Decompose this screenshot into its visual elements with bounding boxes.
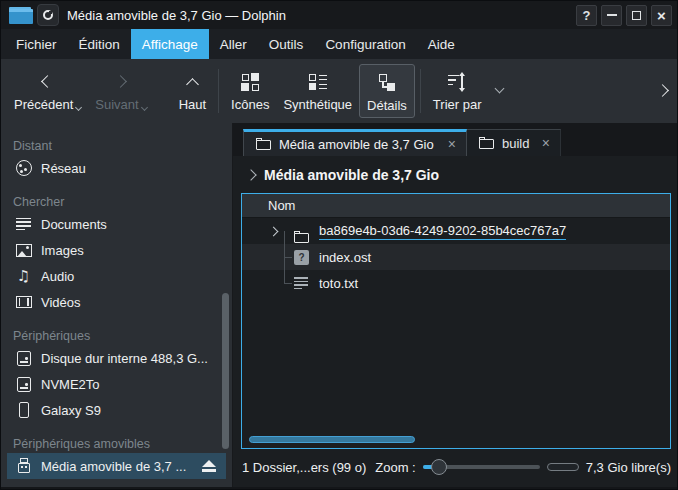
menu-configuration[interactable]: Configuration	[314, 29, 416, 59]
up-button[interactable]: Haut	[172, 64, 213, 118]
file-name[interactable]: index.ost	[319, 250, 371, 265]
section-peripheriques: Périphériques	[1, 327, 232, 345]
file-row-index-ost[interactable]: ? index.ost	[242, 244, 670, 270]
sidebar-item-videos[interactable]: Vidéos	[1, 289, 232, 315]
tab-close-icon[interactable]: ×	[448, 137, 456, 151]
unknown-file-icon: ?	[294, 250, 309, 265]
breadcrumb-location[interactable]: Média amovible de 3,7 Gio	[264, 167, 439, 183]
chevron-right-icon[interactable]	[245, 169, 256, 180]
section-chercher: Chercher	[1, 193, 232, 211]
menu-outils[interactable]: Outils	[258, 29, 315, 59]
toolbar-separator	[420, 69, 421, 113]
main-panel: Média amovible de 3,7 Gio × build × Médi…	[233, 123, 677, 487]
minimize-icon	[607, 14, 617, 16]
forward-label: Suivant	[95, 97, 138, 112]
details-view-button[interactable]: Détails	[359, 64, 415, 118]
close-icon: ×	[657, 8, 666, 23]
sidebar-item-images[interactable]: Images	[1, 237, 232, 263]
breadcrumb: Média amovible de 3,7 Gio	[233, 156, 677, 193]
forward-button[interactable]: Suivant	[88, 64, 153, 118]
chevron-right-icon	[656, 84, 669, 97]
compact-view-button[interactable]: Synthétique	[276, 64, 359, 118]
up-label: Haut	[179, 97, 206, 112]
sidebar-item-media-amovible[interactable]: Média amovible de 3,7 ...	[7, 453, 226, 479]
tree-line	[284, 283, 292, 284]
sidebar-item-audio[interactable]: ♫ Audio	[1, 263, 232, 289]
chevron-left-icon	[41, 75, 54, 88]
zoom-label: Zoom :	[375, 460, 415, 475]
file-row-folder[interactable]: ba869e4b-03d6-4249-9202-85b4cec767a7	[242, 218, 670, 244]
section-distant: Distant	[1, 137, 232, 155]
titlebar: Média amovible de 3,7 Gio — Dolphin ? ×	[1, 1, 677, 29]
sort-by-label: Trier par	[433, 97, 482, 112]
folder-icon	[256, 138, 271, 150]
window-menu-button[interactable]	[37, 4, 59, 26]
statusbar: 1 Dossier,...ers (99 o) Zoom : 7,3 Gio l…	[233, 451, 677, 483]
status-summary: 1 Dossier,...ers (99 o)	[242, 460, 366, 475]
menu-edition[interactable]: Édition	[68, 29, 131, 59]
zoom-slider[interactable]	[423, 459, 540, 475]
window-body: Distant Réseau Chercher Documents Images…	[1, 123, 677, 487]
help-button[interactable]: ?	[576, 5, 597, 26]
back-button[interactable]: Précédent	[7, 64, 88, 118]
toolbar-separator	[218, 69, 219, 113]
horizontal-scrollbar[interactable]	[249, 436, 415, 443]
sidebar-item-galaxy-s9[interactable]: Galaxy S9	[1, 397, 232, 423]
window-controls: ? ×	[576, 5, 672, 26]
slider-handle[interactable]	[431, 459, 447, 475]
tab-media-amovible[interactable]: Média amovible de 3,7 Gio ×	[243, 129, 467, 156]
file-row-toto-txt[interactable]: toto.txt	[242, 270, 670, 296]
compact-view-label: Synthétique	[283, 97, 352, 112]
section-peripheriques-amovibles: Périphériques amovibles	[1, 435, 232, 453]
icons-view-button[interactable]: Icônes	[224, 64, 276, 118]
sidebar-item-reseau[interactable]: Réseau	[1, 155, 232, 181]
tab-bar: Média amovible de 3,7 Gio × build ×	[233, 123, 677, 156]
sidebar-scrollbar[interactable]	[222, 293, 229, 449]
tree-line	[284, 231, 285, 257]
harddisk-icon	[17, 377, 31, 392]
free-space-bar	[547, 463, 579, 471]
column-header-nom[interactable]: Nom	[242, 194, 670, 218]
expand-arrow-icon[interactable]	[269, 226, 279, 236]
device-icon	[43, 10, 53, 20]
image-icon	[16, 244, 32, 257]
eject-button[interactable]	[200, 460, 218, 472]
tab-build[interactable]: build ×	[467, 129, 561, 156]
window-title: Média amovible de 3,7 Gio — Dolphin	[67, 8, 286, 23]
file-name[interactable]: ba869e4b-03d6-4249-9202-85b4cec767a7	[319, 223, 566, 240]
tab-close-icon[interactable]: ×	[542, 136, 550, 150]
chevron-up-icon	[186, 78, 199, 91]
back-label: Précédent	[14, 97, 73, 112]
help-icon: ?	[583, 8, 591, 23]
chevron-down-icon	[141, 104, 148, 111]
sidebar-item-documents[interactable]: Documents	[1, 211, 232, 237]
compact-view-icon	[309, 73, 327, 91]
menu-aide[interactable]: Aide	[417, 29, 466, 59]
toolbar: Précédent Suivant Haut Icônes	[1, 59, 677, 123]
sort-by-button[interactable]: Trier par	[426, 64, 489, 118]
tree-line	[284, 257, 285, 283]
menu-aller[interactable]: Aller	[209, 29, 258, 59]
chevron-down-icon[interactable]	[495, 83, 505, 93]
phone-icon	[19, 402, 29, 418]
menu-fichier[interactable]: Fichier	[5, 29, 68, 59]
menu-affichage[interactable]: Affichage	[131, 29, 209, 59]
harddisk-icon	[17, 351, 31, 366]
sidebar-item-disque-interne[interactable]: Disque dur interne 488,3 G...	[1, 345, 232, 371]
icons-view-icon	[241, 73, 259, 91]
maximize-button[interactable]	[626, 5, 647, 26]
folder-icon	[479, 137, 494, 149]
network-icon	[16, 160, 32, 176]
details-view-label: Détails	[367, 98, 407, 113]
close-button[interactable]: ×	[651, 5, 672, 26]
details-view-icon	[378, 74, 396, 92]
toolbar-overflow-button[interactable]	[658, 81, 667, 99]
sidebar-item-nvme2to[interactable]: NVME2To	[1, 371, 232, 397]
tree-line	[284, 257, 292, 258]
audio-icon: ♫	[17, 269, 30, 283]
minimize-button[interactable]	[601, 5, 622, 26]
file-name[interactable]: toto.txt	[319, 276, 358, 291]
chevron-down-icon	[75, 104, 82, 111]
video-icon	[16, 296, 32, 308]
places-panel: Distant Réseau Chercher Documents Images…	[1, 123, 233, 487]
